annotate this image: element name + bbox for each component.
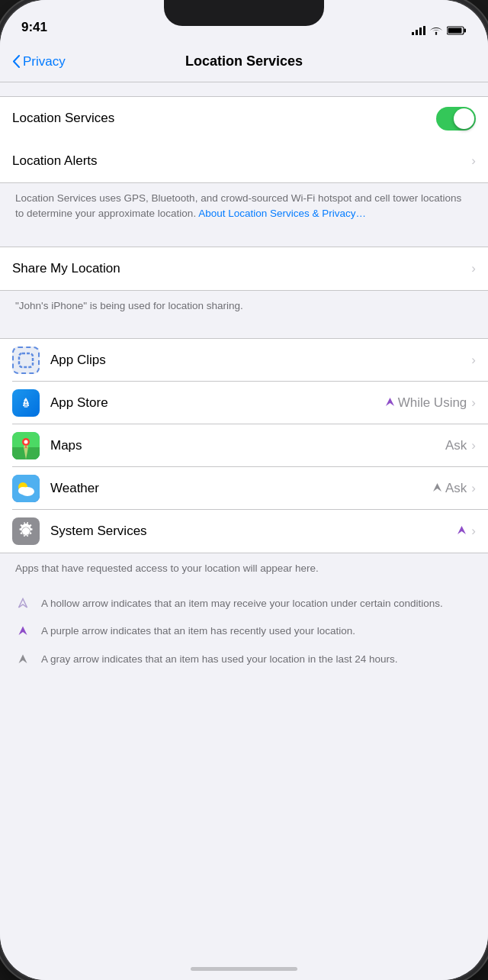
maps-svg bbox=[12, 432, 40, 459]
weather-status: Ask bbox=[445, 481, 467, 496]
purple-arrow-svg bbox=[18, 625, 28, 636]
svg-point-4 bbox=[435, 33, 437, 34]
system-services-value bbox=[457, 524, 467, 537]
svg-point-18 bbox=[18, 487, 27, 495]
navigation-arrow-icon bbox=[385, 397, 395, 407]
legend-gray-arrow: A gray arrow indicates that an item has … bbox=[0, 646, 488, 673]
legend-purple-arrow: A purple arrow indicates that an item ha… bbox=[0, 617, 488, 645]
weather-svg bbox=[12, 475, 40, 502]
weather-chevron: › bbox=[471, 481, 476, 496]
share-location-subtext: "John's iPhone" is being used for locati… bbox=[15, 300, 243, 311]
app-store-label: App Store bbox=[50, 395, 385, 411]
share-my-location-row[interactable]: Share My Location › bbox=[0, 247, 488, 290]
battery-icon bbox=[447, 26, 467, 35]
share-my-location-label: Share My Location bbox=[12, 261, 471, 276]
notch bbox=[164, 0, 324, 26]
system-services-icon bbox=[12, 517, 40, 545]
app-clips-row[interactable]: App Clips › bbox=[0, 339, 488, 382]
system-services-row[interactable]: System Services › bbox=[0, 510, 488, 553]
location-services-label: Location Services bbox=[12, 111, 436, 126]
share-location-section: Share My Location › bbox=[0, 247, 488, 291]
phone-screen: 9:41 bbox=[0, 0, 488, 980]
toggle-knob bbox=[454, 108, 474, 129]
weather-nav-icon bbox=[432, 482, 442, 492]
share-location-footer: "John's iPhone" is being used for locati… bbox=[0, 291, 488, 324]
svg-text:A: A bbox=[23, 398, 30, 408]
svg-rect-8 bbox=[19, 353, 33, 367]
maps-label: Maps bbox=[50, 438, 445, 453]
back-label: Privacy bbox=[23, 54, 66, 69]
hollow-arrow-text: A hollow arrow indicates that an item ma… bbox=[41, 596, 443, 611]
maps-chevron: › bbox=[471, 438, 476, 453]
weather-icon bbox=[12, 475, 40, 502]
maps-row[interactable]: Maps Ask › bbox=[0, 424, 488, 467]
maps-value: Ask bbox=[445, 438, 467, 453]
maps-status: Ask bbox=[445, 438, 467, 453]
hollow-arrow-svg bbox=[18, 598, 28, 608]
gray-arrow-text: A gray arrow indicates that an item has … bbox=[41, 652, 398, 667]
gray-arrow-icon bbox=[15, 653, 30, 667]
nav-header: Privacy Location Services bbox=[0, 41, 488, 82]
home-indicator[interactable] bbox=[191, 967, 297, 971]
location-alerts-label: Location Alerts bbox=[12, 153, 471, 169]
wifi-icon bbox=[430, 26, 442, 35]
app-store-status: While Using bbox=[398, 395, 467, 411]
svg-rect-1 bbox=[416, 30, 418, 35]
apps-footer: Apps that have requested access to your … bbox=[0, 553, 488, 587]
location-services-row[interactable]: Location Services bbox=[0, 97, 488, 140]
legend-hollow-arrow: A hollow arrow indicates that an item ma… bbox=[0, 590, 488, 617]
app-store-icon: A bbox=[12, 389, 40, 417]
app-store-svg: A bbox=[18, 395, 34, 411]
purple-arrow-icon bbox=[15, 625, 30, 639]
hollow-arrow-icon bbox=[15, 598, 30, 611]
app-store-arrow-icon bbox=[385, 396, 395, 409]
app-store-row[interactable]: A App Store While Using › bbox=[0, 382, 488, 424]
status-time: 9:41 bbox=[21, 20, 47, 35]
svg-rect-0 bbox=[412, 32, 414, 35]
location-alerts-row[interactable]: Location Alerts › bbox=[0, 140, 488, 182]
app-clips-label: App Clips bbox=[50, 353, 471, 368]
system-nav-icon bbox=[457, 525, 467, 535]
svg-point-14 bbox=[24, 440, 28, 443]
system-services-chevron: › bbox=[471, 524, 476, 539]
system-services-arrow-icon bbox=[457, 524, 467, 537]
section-spacer-1 bbox=[0, 82, 488, 96]
location-services-footer: Location Services uses GPS, Bluetooth, a… bbox=[0, 183, 488, 233]
legend-section: A hollow arrow indicates that an item ma… bbox=[0, 587, 488, 688]
location-services-section: Location Services Location Alerts › bbox=[0, 96, 488, 183]
system-services-label: System Services bbox=[50, 524, 457, 539]
app-clips-chevron: › bbox=[471, 353, 476, 368]
weather-arrow-icon bbox=[432, 482, 442, 495]
section-spacer-3 bbox=[0, 324, 488, 338]
svg-rect-6 bbox=[464, 29, 467, 33]
apps-footer-text: Apps that have requested access to your … bbox=[15, 563, 319, 574]
purple-arrow-text: A purple arrow indicates that an item ha… bbox=[41, 624, 355, 639]
app-store-value: While Using bbox=[385, 395, 467, 411]
gray-arrow-svg bbox=[18, 653, 28, 664]
privacy-link[interactable]: About Location Services & Privacy… bbox=[198, 208, 366, 219]
location-services-toggle[interactable] bbox=[436, 107, 476, 131]
svg-rect-7 bbox=[448, 28, 462, 34]
weather-row[interactable]: Weather Ask › bbox=[0, 467, 488, 510]
weather-value: Ask bbox=[432, 481, 467, 496]
back-chevron-icon bbox=[12, 55, 20, 68]
weather-label: Weather bbox=[50, 481, 432, 496]
gear-svg bbox=[15, 521, 37, 542]
scroll-content[interactable]: Location Services Location Alerts › Loca… bbox=[0, 82, 488, 980]
svg-rect-3 bbox=[423, 26, 425, 35]
share-my-location-chevron: › bbox=[471, 261, 476, 276]
section-spacer-2 bbox=[0, 233, 488, 247]
status-icons bbox=[412, 26, 467, 35]
phone-frame: 9:41 bbox=[0, 0, 488, 980]
apps-section: App Clips › A bbox=[0, 338, 488, 553]
svg-rect-2 bbox=[419, 27, 422, 35]
location-alerts-chevron: › bbox=[471, 153, 476, 169]
maps-icon bbox=[12, 432, 40, 459]
back-button[interactable]: Privacy bbox=[12, 54, 66, 69]
page-title: Location Services bbox=[185, 53, 303, 69]
signal-icon bbox=[412, 26, 425, 35]
app-clips-icon bbox=[12, 347, 40, 374]
app-clips-svg bbox=[18, 352, 34, 369]
app-store-chevron: › bbox=[471, 395, 476, 411]
